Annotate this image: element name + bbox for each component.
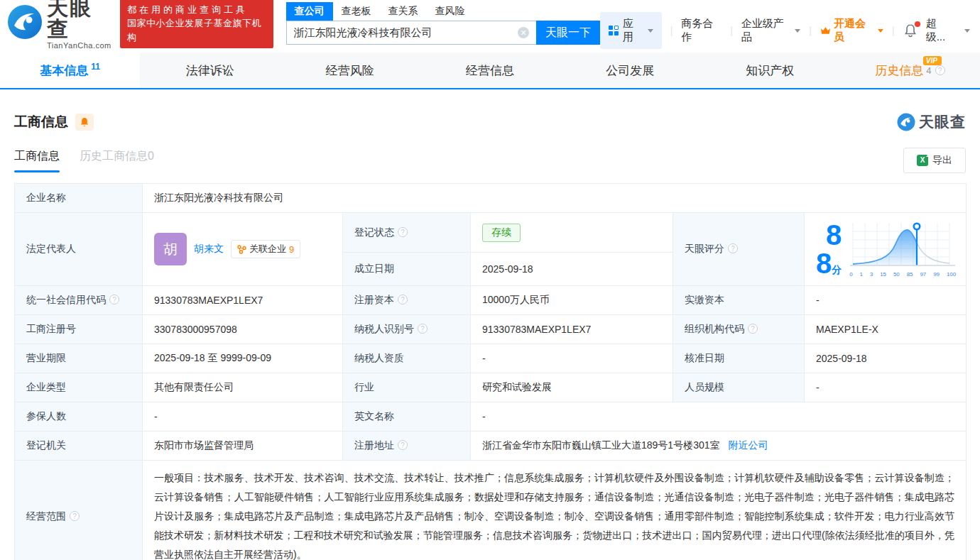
legal-rep-name-link[interactable]: 胡来文	[194, 243, 224, 256]
reg-number-label: 工商注册号	[15, 315, 143, 344]
help-icon[interactable]: ?	[70, 511, 80, 521]
table-row: 企业名称 浙江东阳光液冷科技有限公司	[15, 184, 967, 213]
industry-label: 行业	[343, 373, 471, 402]
open-vip-link[interactable]: 开通会员	[820, 17, 883, 44]
help-icon[interactable]: ?	[935, 65, 945, 75]
search-tab-boss[interactable]: 查老板	[333, 2, 380, 21]
business-coop-link[interactable]: 商务合作	[681, 17, 722, 44]
brand-slogan-banner: 都在用的商业查询工具 国家中小企业发展子基金旗下机构	[120, 0, 273, 48]
help-icon[interactable]: ?	[398, 227, 408, 237]
search-tabs: 查公司 查老板 查关系 查风险	[286, 2, 601, 21]
tab-intellectual-property[interactable]: 知识产权	[700, 53, 840, 88]
taxpayer-quality-label: 纳税人资质	[343, 344, 471, 373]
enterprise-product-link[interactable]: 企业级产品	[741, 17, 800, 44]
help-icon[interactable]: ?	[418, 324, 428, 334]
reg-authority-label: 登记机关	[15, 432, 143, 461]
table-row: 登记机关 东阳市市场监督管理局 注册地址? 浙江省金华市东阳市巍山镇工业大道18…	[15, 432, 967, 461]
help-icon[interactable]: ?	[398, 295, 408, 304]
reg-address-value: 浙江省金华市东阳市巍山镇工业大道189号1号楼301室附近公司	[471, 432, 967, 461]
search-tab-risk[interactable]: 查风险	[427, 2, 474, 21]
company-type-value: 其他有限责任公司	[143, 373, 343, 402]
tianyancha-logo[interactable]: 天眼查 TianYanCha.com	[7, 0, 111, 50]
search-module: 查公司 查老板 查关系 查风险 ✕ 天眼一下	[286, 2, 601, 45]
business-term-value: 2025-09-18 至 9999-09-09	[143, 344, 343, 373]
org-code-label: 组织机构代码?	[673, 315, 805, 344]
apps-grid-icon	[609, 26, 619, 35]
notification-dot	[915, 21, 920, 27]
apps-menu[interactable]: 应用	[600, 12, 662, 49]
score-label: 天眼评分?	[673, 213, 805, 286]
chevron-down-icon	[795, 29, 800, 33]
enterprise-product-label: 企业级产品	[741, 17, 791, 44]
bell-icon	[80, 117, 89, 128]
subtab-business-info[interactable]: 工商信息	[14, 149, 60, 172]
taxpayer-id-value: 91330783MAEXP1LEX7	[471, 315, 673, 344]
notification-bell[interactable]	[903, 23, 918, 38]
subtab-history-business-info[interactable]: 历史工商信息0	[80, 149, 154, 172]
table-row: 参保人数 - 英文名称 -	[15, 402, 967, 432]
search-input-wrap: ✕	[286, 21, 537, 45]
help-icon[interactable]: ?	[748, 324, 758, 334]
tab-basic-info[interactable]: 基本信息 11	[0, 53, 140, 88]
reg-number-value: 330783000957098	[143, 315, 343, 344]
related-companies-badge[interactable]: 关联企业 9	[231, 240, 300, 258]
tab-company-development[interactable]: 公司发展	[560, 53, 700, 88]
credit-code-value: 91330783MAEXP1LEX7	[143, 286, 343, 315]
tab-history-info-label: 历史信息	[875, 62, 923, 79]
watermark-logo: 天眼查	[897, 112, 966, 132]
slogan-line-1: 都在用的商业查询工具	[127, 3, 266, 17]
company-section-tabs: 基本信息 11 法律诉讼 经营风险 经营信息 公司发展 知识产权 VIP 历史信…	[0, 53, 980, 89]
reg-status-label-text: 登记状态	[354, 226, 394, 238]
excel-icon: X	[917, 155, 928, 166]
search-tab-relation[interactable]: 查关系	[380, 2, 427, 21]
search-row: ✕ 天眼一下	[286, 21, 601, 45]
tianyancha-logo-icon	[7, 4, 43, 43]
reg-capital-label: 注册资本?	[343, 286, 471, 315]
tab-operation-risk[interactable]: 经营风险	[280, 53, 420, 88]
table-row: 统一社会信用代码? 91330783MAEXP1LEX7 注册资本? 10000…	[15, 286, 967, 315]
score-marker-pin	[914, 223, 920, 229]
paid-capital-value: -	[805, 286, 967, 315]
search-tab-company[interactable]: 查公司	[286, 2, 333, 21]
divider: |	[809, 25, 812, 36]
search-input[interactable]	[287, 21, 537, 44]
search-button[interactable]: 天眼一下	[536, 21, 600, 45]
table-row: 企业类型 其他有限责任公司 行业 研究和试验发展 人员规模 -	[15, 373, 967, 402]
logo-name: 天眼查	[47, 0, 111, 40]
chevron-down-icon[interactable]	[964, 29, 970, 33]
help-icon[interactable]: ?	[398, 440, 408, 450]
english-name-label: 英文名称	[343, 402, 471, 432]
tianyancha-watermark-icon	[897, 113, 915, 131]
relation-network-icon	[237, 245, 246, 254]
slogan-line-2: 国家中小企业发展子基金旗下机构	[127, 16, 266, 44]
score-cell[interactable]: 88分	[805, 213, 967, 286]
chevron-down-icon	[648, 29, 653, 33]
avatar[interactable]: 胡	[154, 233, 187, 265]
help-icon[interactable]: ?	[109, 295, 119, 304]
business-term-label: 营业期限	[15, 344, 143, 373]
business-scope-label: 经营范围?	[15, 461, 143, 560]
business-scope-text: 一般项目：技术服务、技术开发、技术咨询、技术交流、技术转让、技术推广；信息系统集…	[154, 468, 954, 560]
approval-date-value: 2025-09-18	[805, 344, 967, 373]
tab-basic-info-label: 基本信息	[40, 62, 88, 79]
export-button[interactable]: X 导出	[903, 148, 966, 173]
company-name-label: 企业名称	[15, 184, 143, 213]
user-account-menu[interactable]: 超级...	[926, 17, 954, 44]
reg-status-label: 登记状态?	[343, 213, 471, 253]
subtab-row: 工商信息 历史工商信息0 X 导出	[14, 148, 966, 173]
tab-operation-risk-label: 经营风险	[326, 62, 374, 79]
table-row: 法定代表人 胡 胡来文 关联企业	[15, 213, 967, 253]
tab-company-development-label: 公司发展	[606, 62, 654, 79]
tab-operation-info[interactable]: 经营信息	[420, 53, 560, 88]
section-header: 工商信息 天眼查	[14, 112, 966, 132]
insured-count-value: -	[143, 402, 343, 432]
help-icon[interactable]: ?	[728, 243, 738, 253]
reg-address-label: 注册地址?	[343, 432, 471, 461]
tab-legal-proceedings[interactable]: 法律诉讼	[140, 53, 280, 88]
clear-icon[interactable]: ✕	[518, 27, 529, 38]
nearby-companies-link[interactable]: 附近公司	[729, 439, 768, 451]
header-right-menu: 应用 | 商务合作 | 企业级产品 | 开通会员 |	[600, 0, 970, 49]
tab-history-info[interactable]: VIP 历史信息 4 ?	[840, 53, 980, 88]
subscribe-bell-button[interactable]	[75, 114, 94, 131]
industry-value: 研究和试验发展	[471, 373, 673, 402]
